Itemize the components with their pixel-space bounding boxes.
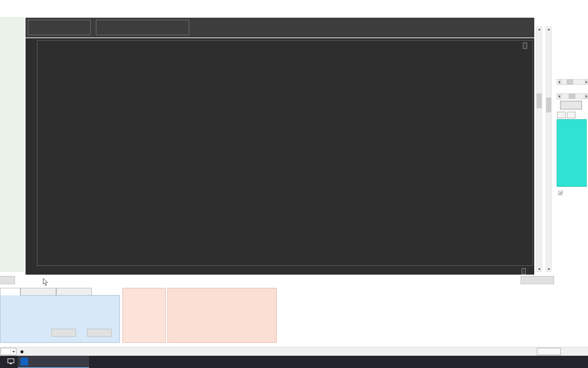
acquisition-panel [555, 18, 588, 280]
ch1-enable-checkbox[interactable] [558, 191, 564, 195]
device-selector[interactable] [1, 348, 16, 355]
signal-generator-panel [0, 288, 120, 343]
status-bar [0, 347, 588, 356]
y-axis-labels [26, 41, 36, 265]
x-unit-label [522, 268, 526, 274]
maxmin-readout-box [28, 20, 91, 35]
ch2-scroll-thumb[interactable] [546, 97, 551, 112]
sidebar-measurements [0, 17, 24, 272]
scroll-up-icon[interactable] [546, 27, 551, 32]
measure-mode-panel [122, 288, 166, 343]
slider-right-icon[interactable] [584, 94, 588, 99]
scroll-down-icon[interactable] [537, 266, 542, 272]
trigger-voltage-slider[interactable] [557, 79, 588, 85]
divider [11, 349, 11, 354]
start-acquire-button[interactable] [560, 101, 582, 109]
connection-status-icon [20, 350, 23, 353]
y-unit-label [523, 43, 527, 49]
h7-tool-logo-icon [20, 358, 28, 366]
stop-output-button[interactable] [87, 329, 112, 337]
oscilloscope-chart[interactable] [26, 38, 534, 275]
slider-right-icon[interactable] [584, 79, 588, 85]
ch1-range-panel [557, 119, 587, 187]
scroll-down-icon[interactable] [546, 266, 551, 272]
measurement-bar [26, 18, 534, 37]
cursor-readout-box [96, 20, 189, 35]
ac-coupling-button[interactable] [557, 112, 566, 118]
analog-calibrate-button[interactable] [521, 276, 554, 284]
tab-dc-voltage[interactable] [20, 288, 56, 295]
start-output-button[interactable] [51, 329, 76, 337]
slider-left-icon[interactable] [557, 94, 562, 99]
dc-coupling-button[interactable] [567, 112, 575, 118]
window-titlebar [0, 0, 588, 9]
gpio-control-panel [167, 288, 277, 343]
tab-sine-triangle[interactable] [0, 288, 20, 295]
checkbox-icon[interactable] [558, 191, 562, 195]
redownload-button[interactable] [537, 348, 561, 355]
x-axis-labels [37, 268, 533, 273]
ch1-offset-scrollbar[interactable] [536, 27, 542, 272]
refresh-waveform-button[interactable] [0, 276, 15, 284]
system-tray-icon[interactable] [7, 358, 14, 363]
delta-t-readout [199, 21, 212, 24]
channel-scrollbars [536, 19, 555, 274]
slider-left-icon[interactable] [557, 79, 562, 85]
taskbar-app-button[interactable] [18, 356, 89, 368]
slider-thumb[interactable] [567, 79, 573, 85]
taskbar [0, 356, 588, 368]
ch2-offset-scrollbar[interactable] [546, 27, 552, 272]
tab-dc-current[interactable] [56, 288, 92, 295]
slider-thumb[interactable] [569, 94, 575, 99]
mouse-cursor-icon [43, 278, 48, 286]
scroll-up-icon[interactable] [537, 27, 542, 32]
waveform-canvas[interactable] [37, 40, 533, 266]
signal-generator-form [0, 295, 120, 343]
chevron-down-icon [12, 351, 15, 353]
ch1-scroll-thumb[interactable] [537, 93, 542, 108]
trigger-position-slider[interactable] [557, 93, 588, 99]
